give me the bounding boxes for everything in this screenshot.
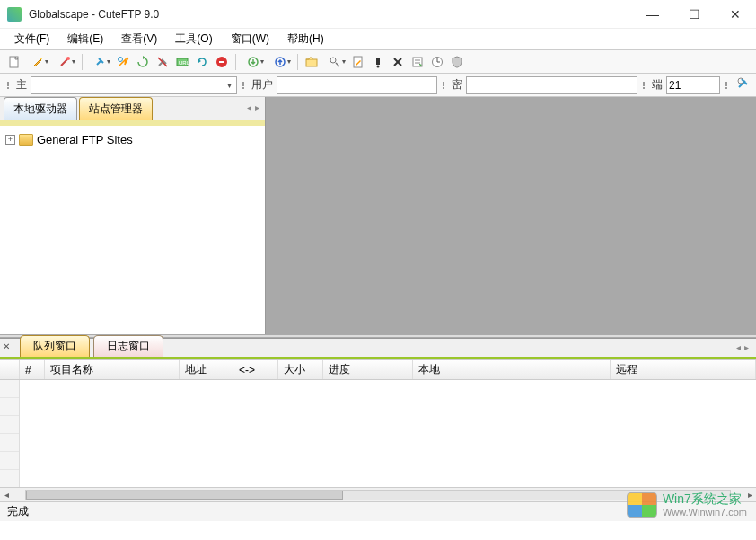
wizard-icon[interactable]: ▾	[25, 53, 50, 71]
col-direction[interactable]: <->	[233, 360, 278, 379]
svg-point-1	[40, 58, 42, 59]
port-input[interactable]	[666, 76, 720, 94]
svg-rect-11	[306, 59, 317, 66]
scroll-left-icon[interactable]: ◂	[0, 490, 13, 500]
quickconnect-icon[interactable]	[114, 53, 132, 71]
tab-site-manager[interactable]: 站点管理器	[79, 97, 153, 120]
properties-icon[interactable]	[409, 53, 426, 71]
svg-point-2	[66, 57, 70, 60]
close-button[interactable]: ✕	[715, 0, 756, 29]
main-area: 本地驱动器 站点管理器 ◂ ▸ + General FTP Sites	[0, 97, 756, 334]
menu-edit[interactable]: 编辑(E)	[58, 30, 112, 49]
queue-window: # 项目名称 地址 <-> 大小 进度 本地 远程 ◂ ▸	[0, 359, 756, 501]
delete-icon[interactable]	[389, 53, 407, 71]
expand-icon[interactable]: +	[5, 135, 15, 145]
site-tree[interactable]: + General FTP Sites	[0, 120, 265, 334]
svg-text:URL: URL	[179, 60, 189, 66]
connection-bar: 主 ▾ 用户 密 端	[0, 74, 756, 97]
edit-icon[interactable]	[349, 53, 367, 71]
tab-scroll-right-icon[interactable]: ▸	[744, 342, 749, 352]
tab-local-drives[interactable]: 本地驱动器	[4, 97, 77, 120]
user-input[interactable]	[277, 76, 437, 94]
status-text: 完成	[7, 504, 29, 519]
url-icon[interactable]: URL	[173, 53, 191, 71]
port-label: 端	[650, 77, 666, 93]
app-icon	[7, 7, 22, 22]
grip-icon[interactable]	[5, 82, 11, 89]
col-local[interactable]: 本地	[413, 360, 611, 379]
left-tabs: 本地驱动器 站点管理器 ◂ ▸	[0, 97, 265, 120]
col-address[interactable]: 地址	[180, 360, 233, 379]
folder-icon	[19, 134, 33, 146]
col-rownum[interactable]	[0, 360, 20, 379]
tree-root-label: General FTP Sites	[37, 133, 133, 146]
watermark: Win7系统之家 Www.Winwin7.com	[627, 491, 747, 518]
download-icon[interactable]: ▾	[241, 53, 266, 71]
svg-point-3	[119, 57, 123, 61]
remote-pane	[266, 97, 756, 334]
menu-help[interactable]: 帮助(H)	[278, 30, 333, 49]
bottom-tabs: ✕ 队列窗口 日志窗口 ◂ ▸	[0, 338, 756, 359]
stop-icon[interactable]	[213, 53, 231, 71]
menubar: 文件(F) 编辑(E) 查看(V) 工具(O) 窗口(W) 帮助(H)	[0, 29, 756, 50]
password-label: 密	[450, 77, 466, 93]
grip-icon[interactable]	[441, 82, 446, 89]
grip-icon[interactable]	[241, 82, 246, 89]
col-index[interactable]: #	[20, 360, 45, 379]
window-title: Globalscape - CuteFTP 9.0	[29, 8, 632, 21]
chevron-down-icon[interactable]: ▾	[224, 80, 234, 90]
menu-window[interactable]: 窗口(W)	[222, 30, 278, 49]
go-connect-icon[interactable]	[736, 76, 751, 93]
row-headers	[0, 380, 20, 487]
left-pane: 本地驱动器 站点管理器 ◂ ▸ + General FTP Sites	[0, 97, 266, 334]
tab-log[interactable]: 日志窗口	[93, 335, 163, 357]
svg-line-13	[336, 63, 339, 66]
bottom-pane: ✕ 队列窗口 日志窗口 ◂ ▸ # 项目名称 地址 <-> 大小 进度 本地 远…	[0, 338, 756, 501]
minimize-button[interactable]: —	[632, 0, 673, 29]
svg-rect-14	[354, 57, 362, 67]
view-icon[interactable]: ▾	[322, 53, 347, 71]
upload-icon[interactable]: ▾	[268, 53, 293, 71]
tab-scroll-left-icon[interactable]: ◂	[247, 102, 251, 112]
tree-root-node[interactable]: + General FTP Sites	[5, 133, 259, 146]
col-size[interactable]: 大小	[278, 360, 323, 379]
connect-icon[interactable]: ▾	[87, 53, 112, 71]
watermark-logo-icon	[627, 492, 657, 518]
reconnect-icon[interactable]	[134, 53, 152, 71]
close-pane-icon[interactable]: ✕	[0, 341, 13, 353]
menu-tools[interactable]: 工具(O)	[166, 30, 221, 49]
queue-columns: # 项目名称 地址 <-> 大小 进度 本地 远程	[0, 360, 756, 380]
queue-grid[interactable]	[20, 380, 756, 487]
queue-body[interactable]	[0, 380, 756, 487]
scroll-thumb[interactable]	[26, 491, 343, 500]
newfolder-icon[interactable]	[303, 53, 321, 71]
grip-icon[interactable]	[641, 82, 646, 89]
menu-view[interactable]: 查看(V)	[112, 30, 166, 49]
titlebar: Globalscape - CuteFTP 9.0 — ☐ ✕	[0, 0, 756, 29]
execute-icon[interactable]	[369, 53, 387, 71]
security-icon[interactable]	[448, 53, 466, 71]
svg-point-12	[330, 58, 336, 63]
disconnect-icon[interactable]	[154, 53, 171, 71]
user-label: 用户	[250, 77, 277, 93]
tab-scroll-right-icon[interactable]: ▸	[255, 102, 259, 112]
watermark-line2: Www.Winwin7.com	[663, 507, 747, 518]
menu-file[interactable]: 文件(F)	[5, 30, 58, 49]
col-remote[interactable]: 远程	[611, 360, 756, 379]
refresh-icon[interactable]	[193, 53, 211, 71]
svg-rect-15	[376, 58, 380, 65]
watermark-line1: Win7系统之家	[663, 491, 747, 507]
schedule-icon[interactable]	[428, 53, 446, 71]
svg-rect-8	[219, 61, 224, 63]
host-label: 主	[14, 77, 31, 93]
connect-wizard-icon[interactable]: ▾	[52, 53, 77, 71]
col-progress[interactable]: 进度	[323, 360, 413, 379]
new-icon[interactable]	[5, 53, 23, 71]
tab-scroll-left-icon[interactable]: ◂	[736, 342, 741, 352]
host-combo[interactable]: ▾	[31, 76, 237, 94]
grip-icon[interactable]	[724, 82, 729, 89]
col-name[interactable]: 项目名称	[45, 360, 180, 379]
maximize-button[interactable]: ☐	[673, 0, 715, 29]
tab-queue[interactable]: 队列窗口	[20, 335, 90, 357]
password-input[interactable]	[466, 76, 637, 94]
